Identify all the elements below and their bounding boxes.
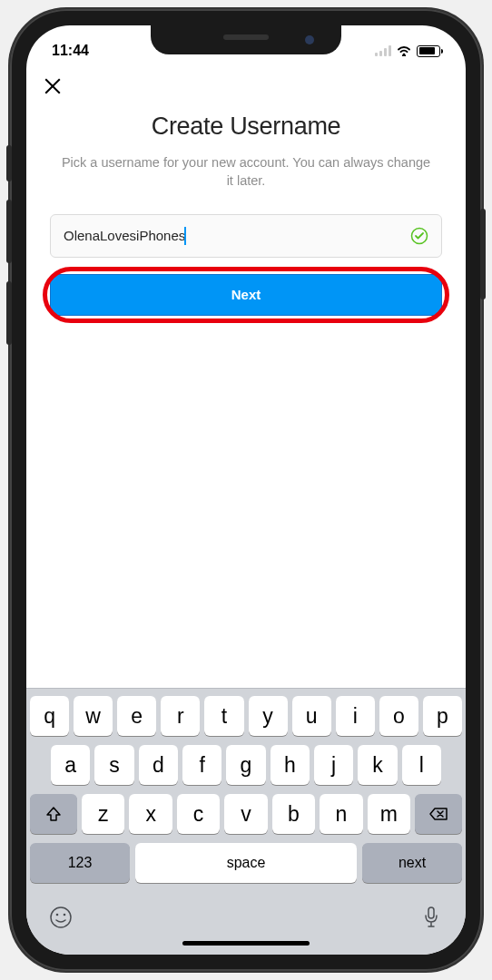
keyboard-row-4: 123 space next xyxy=(30,843,462,883)
key-n[interactable]: n xyxy=(320,794,362,834)
next-button-container: Next xyxy=(50,274,442,316)
key-h[interactable]: h xyxy=(271,745,310,785)
keyboard-row-2: a s d f g h j k l xyxy=(30,745,462,785)
key-q[interactable]: q xyxy=(30,696,69,736)
key-z[interactable]: z xyxy=(82,794,124,834)
key-b[interactable]: b xyxy=(272,794,315,834)
volume-up-button xyxy=(6,200,12,263)
key-y[interactable]: y xyxy=(249,696,288,736)
ios-keyboard: q w e r t y u i o p a s d f g h j k l xyxy=(26,688,466,955)
phone-frame: 11:44 Create Usernam xyxy=(10,9,482,971)
space-key[interactable]: space xyxy=(135,843,357,883)
cellular-signal-icon xyxy=(375,45,391,56)
speaker xyxy=(223,34,269,40)
username-input-container[interactable]: OlenaLovesiPhones xyxy=(50,214,442,258)
volume-down-button xyxy=(6,281,12,345)
home-indicator[interactable] xyxy=(182,941,310,946)
silent-switch xyxy=(6,145,12,181)
keyboard-row-3: z x c v b n m xyxy=(30,794,462,834)
svg-point-4 xyxy=(64,914,66,916)
notch xyxy=(151,25,341,54)
key-g[interactable]: g xyxy=(226,745,265,785)
text-cursor xyxy=(184,227,186,245)
svg-point-0 xyxy=(403,54,406,56)
key-l[interactable]: l xyxy=(402,745,441,785)
key-s[interactable]: s xyxy=(94,745,133,785)
keyboard-bottom-bar xyxy=(30,892,462,934)
username-input[interactable]: OlenaLovesiPhones xyxy=(64,227,186,245)
key-v[interactable]: v xyxy=(224,794,267,834)
status-time: 11:44 xyxy=(52,43,89,59)
keyboard-action-key[interactable]: next xyxy=(362,843,462,883)
key-j[interactable]: j xyxy=(314,745,353,785)
page-subtitle: Pick a username for your new account. Yo… xyxy=(50,153,442,191)
check-valid-icon xyxy=(410,227,428,245)
close-icon[interactable] xyxy=(43,76,63,96)
key-k[interactable]: k xyxy=(358,745,397,785)
nav-bar xyxy=(26,67,466,107)
key-d[interactable]: d xyxy=(139,745,178,785)
username-value: OlenaLovesiPhones xyxy=(64,228,185,243)
svg-rect-5 xyxy=(428,907,434,918)
power-button xyxy=(480,209,486,299)
numeric-toggle-key[interactable]: 123 xyxy=(30,843,130,883)
key-p[interactable]: p xyxy=(423,696,462,736)
key-o[interactable]: o xyxy=(379,696,418,736)
key-a[interactable]: a xyxy=(51,745,90,785)
key-r[interactable]: r xyxy=(161,696,200,736)
shift-key[interactable] xyxy=(30,794,77,834)
wifi-icon xyxy=(397,45,411,56)
screen: 11:44 Create Usernam xyxy=(26,25,466,955)
emoji-icon[interactable] xyxy=(48,905,74,930)
key-e[interactable]: e xyxy=(117,696,156,736)
key-u[interactable]: u xyxy=(292,696,331,736)
content-area: Create Username Pick a username for your… xyxy=(26,107,466,688)
dictation-icon[interactable] xyxy=(418,905,444,930)
battery-icon xyxy=(417,45,440,57)
key-w[interactable]: w xyxy=(74,696,113,736)
key-m[interactable]: m xyxy=(368,794,410,834)
key-f[interactable]: f xyxy=(182,745,221,785)
key-x[interactable]: x xyxy=(129,794,172,834)
key-i[interactable]: i xyxy=(336,696,375,736)
next-button[interactable]: Next xyxy=(50,274,442,316)
key-t[interactable]: t xyxy=(204,696,243,736)
status-indicators xyxy=(375,45,440,57)
front-camera xyxy=(305,35,314,44)
svg-point-2 xyxy=(51,907,71,927)
keyboard-row-1: q w e r t y u i o p xyxy=(30,696,462,736)
svg-point-3 xyxy=(56,914,59,916)
page-title: Create Username xyxy=(50,113,442,141)
backspace-key[interactable] xyxy=(415,794,462,834)
key-c[interactable]: c xyxy=(177,794,220,834)
